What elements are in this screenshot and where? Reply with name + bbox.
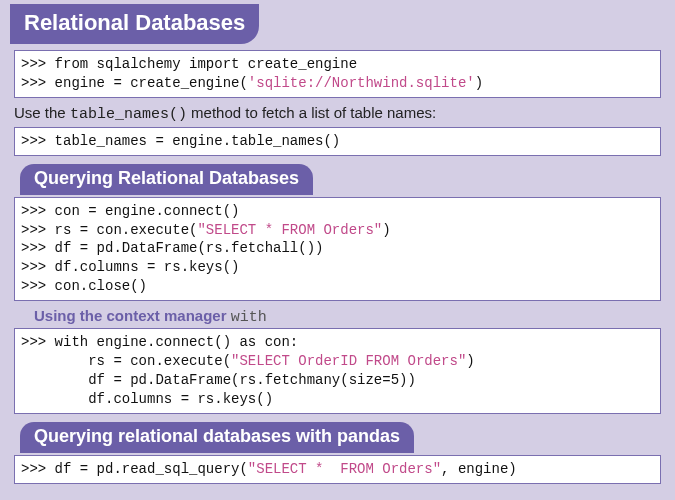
caption-table-names: Use the table_names() method to fetch a … [14, 104, 661, 123]
subcaption-text: Using the context manager [34, 307, 231, 324]
code-string: "SELECT OrderID FROM Orders" [231, 353, 466, 369]
code-line: >>> df.columns = rs.keys() [21, 259, 239, 275]
sub-header-querying: Querying Relational Databases [20, 164, 313, 195]
code-line: >>> from sqlalchemy import create_engine [21, 56, 357, 72]
code-block-query: >>> con = engine.connect() >>> rs = con.… [14, 197, 661, 301]
code-string: 'sqlite://Northwind.sqlite' [248, 75, 475, 91]
code-line: df.columns = rs.keys() [21, 391, 273, 407]
code-line-part: , engine) [441, 461, 517, 477]
code-line: >>> table_names = engine.table_names() [21, 133, 340, 149]
caption-text: Use the [14, 104, 70, 121]
caption-text: method to fetch a list of table names: [187, 104, 436, 121]
code-line: >>> df = pd.DataFrame(rs.fetchall()) [21, 240, 323, 256]
code-block-context-manager: >>> with engine.connect() as con: rs = c… [14, 328, 661, 414]
code-line: >>> with engine.connect() as con: [21, 334, 298, 350]
code-block-import: >>> from sqlalchemy import create_engine… [14, 50, 661, 98]
code-line: >>> con = engine.connect() [21, 203, 239, 219]
code-line: >>> con.close() [21, 278, 147, 294]
main-header: Relational Databases [10, 4, 259, 44]
code-line-part: >>> engine = create_engine( [21, 75, 248, 91]
subcaption-code: with [231, 309, 267, 326]
code-line-part: ) [475, 75, 483, 91]
code-line-part: ) [382, 222, 390, 238]
caption-code: table_names() [70, 106, 187, 123]
code-line-part: >>> df = pd.read_sql_query( [21, 461, 248, 477]
code-block-table-names: >>> table_names = engine.table_names() [14, 127, 661, 156]
sub-header-pandas: Querying relational databases with panda… [20, 422, 414, 453]
subcaption-context-manager: Using the context manager with [34, 307, 675, 326]
code-block-pandas: >>> df = pd.read_sql_query("SELECT * FRO… [14, 455, 661, 484]
code-line-part: >>> rs = con.execute( [21, 222, 197, 238]
code-line-part: ) [466, 353, 474, 369]
code-string: "SELECT * FROM Orders" [248, 461, 441, 477]
code-line: df = pd.DataFrame(rs.fetchmany(size=5)) [21, 372, 416, 388]
code-string: "SELECT * FROM Orders" [197, 222, 382, 238]
code-line-part: rs = con.execute( [21, 353, 231, 369]
